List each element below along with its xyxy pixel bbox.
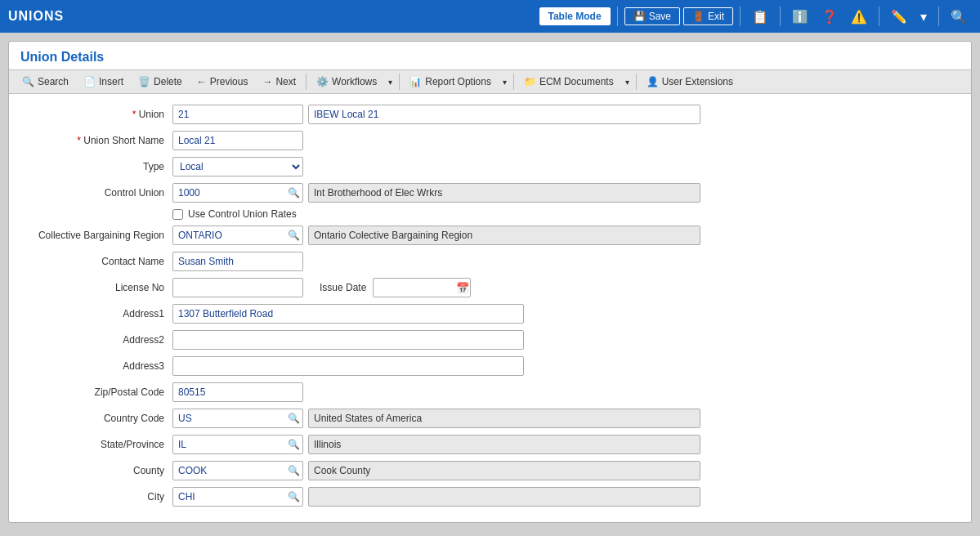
control-union-row: Control Union 🔍: [25, 182, 955, 203]
address3-input[interactable]: [172, 356, 524, 376]
main-content: Union Details 🔍 Search 📄 Insert 🗑️ Delet…: [0, 33, 980, 531]
panel-title: Union Details: [9, 42, 971, 69]
issue-date-label: Issue Date: [320, 282, 366, 293]
union-name-input[interactable]: [308, 105, 700, 124]
use-control-union-checkbox[interactable]: [172, 209, 183, 220]
county-search-wrap: 🔍: [172, 461, 303, 480]
address1-input[interactable]: [172, 304, 524, 324]
type-label: Type: [25, 161, 172, 172]
city-input[interactable]: [172, 487, 303, 507]
search-header-icon-button[interactable]: 🔍: [946, 6, 972, 28]
union-short-name-input[interactable]: [172, 131, 303, 150]
report-icon: 📊: [409, 76, 422, 87]
country-code-input[interactable]: [172, 409, 303, 428]
user-extensions-button[interactable]: 👤 User Extensions: [640, 74, 740, 90]
address2-row: Address2: [25, 329, 955, 351]
alert-icon-button[interactable]: ⚠️: [846, 6, 872, 28]
county-input[interactable]: [172, 461, 303, 480]
address1-row: Address1: [25, 303, 955, 324]
next-button[interactable]: → Next: [256, 74, 302, 90]
ecm-documents-dropdown-button[interactable]: ▾: [622, 75, 633, 89]
calendar-icon-button[interactable]: 📅: [456, 282, 469, 294]
toolbar-sep-2: [399, 74, 400, 90]
toolbar-sep-3: [513, 74, 514, 90]
save-icon: 💾: [633, 11, 646, 22]
union-details-panel: Union Details 🔍 Search 📄 Insert 🗑️ Delet…: [8, 41, 972, 523]
toolbar-sep-4: [636, 74, 637, 90]
zip-label: Zip/Postal Code: [25, 386, 172, 398]
issue-date-group: Issue Date 📅: [320, 278, 471, 297]
toolbar: 🔍 Search 📄 Insert 🗑️ Delete ← Previous →…: [9, 69, 971, 94]
ecm-documents-button[interactable]: 📁 ECM Documents: [517, 74, 620, 90]
contact-name-input[interactable]: [172, 252, 303, 271]
address2-input[interactable]: [172, 330, 524, 350]
edit-icon-button[interactable]: ✏️: [886, 6, 912, 28]
country-search-btn[interactable]: 🔍: [286, 413, 302, 424]
next-icon: →: [262, 76, 272, 87]
previous-icon: ←: [197, 76, 207, 87]
clipboard-icon-button[interactable]: 📋: [747, 6, 773, 28]
union-short-name-row: Union Short Name: [25, 130, 955, 151]
table-mode-button[interactable]: Table Mode: [539, 7, 611, 25]
search-button[interactable]: 🔍 Search: [16, 74, 75, 90]
header-divider-4: [879, 7, 879, 26]
country-row: Country Code 🔍: [25, 408, 955, 429]
insert-button[interactable]: 📄 Insert: [77, 74, 130, 90]
address3-row: Address3: [25, 355, 955, 377]
delete-button[interactable]: 🗑️ Delete: [132, 74, 189, 90]
report-options-dropdown-button[interactable]: ▾: [499, 75, 510, 89]
control-union-label: Control Union: [25, 187, 172, 199]
contact-name-row: Contact Name: [25, 251, 955, 272]
city-name-input: [308, 487, 700, 507]
union-short-name-label: Union Short Name: [25, 135, 172, 146]
license-no-input[interactable]: [172, 278, 303, 297]
report-options-button[interactable]: 📊 Report Options: [403, 74, 498, 90]
address1-label: Address1: [25, 308, 172, 319]
header-divider-1: [617, 7, 618, 26]
city-search-btn[interactable]: 🔍: [286, 491, 302, 502]
type-select[interactable]: Local International National: [172, 157, 303, 176]
control-union-search-wrap: 🔍: [172, 183, 303, 203]
address3-label: Address3: [25, 360, 172, 372]
contact-name-label: Contact Name: [25, 256, 172, 267]
license-no-label: License No: [25, 282, 172, 293]
union-row: Union: [25, 104, 955, 125]
zip-row: Zip/Postal Code: [25, 382, 955, 403]
collective-bargaining-row: Collective Bargaining Region 🔍: [25, 225, 955, 246]
state-search-wrap: 🔍: [172, 435, 303, 454]
save-button[interactable]: 💾 Save: [624, 7, 680, 25]
workflows-icon: ⚙️: [316, 76, 329, 87]
chevron-down-icon-button[interactable]: ▾: [915, 6, 932, 28]
header-divider-5: [938, 7, 939, 26]
use-control-union-row: Use Control Union Rates: [25, 208, 955, 220]
ecm-icon: 📁: [524, 76, 536, 87]
county-label: County: [25, 465, 172, 476]
control-union-input[interactable]: [172, 183, 303, 203]
type-row: Type Local International National: [25, 156, 955, 177]
workflows-button[interactable]: ⚙️ Workflows: [310, 74, 383, 90]
workflows-dropdown-button[interactable]: ▾: [385, 75, 396, 89]
county-row: County 🔍: [25, 460, 955, 481]
issue-date-wrap: 📅: [373, 278, 471, 297]
state-input[interactable]: [172, 435, 303, 454]
city-label: City: [25, 491, 172, 502]
header-actions: Table Mode 💾 Save 🚪 Exit 📋 ℹ️ ❓ ⚠️ ✏️ ▾ …: [539, 6, 973, 28]
control-union-name-input: [308, 183, 700, 203]
county-search-btn[interactable]: 🔍: [286, 465, 302, 476]
union-input[interactable]: [172, 105, 303, 124]
user-extensions-icon: 👤: [647, 76, 659, 87]
toolbar-sep-1: [306, 74, 307, 90]
help-icon-button[interactable]: ❓: [817, 6, 843, 28]
zip-input[interactable]: [172, 382, 303, 402]
country-name-input: [308, 409, 700, 428]
collective-bargaining-search-btn[interactable]: 🔍: [286, 230, 302, 241]
state-search-btn[interactable]: 🔍: [286, 439, 302, 450]
control-union-search-btn[interactable]: 🔍: [286, 187, 302, 199]
exit-button[interactable]: 🚪 Exit: [683, 7, 733, 25]
collective-bargaining-name-input: [308, 226, 700, 245]
collective-bargaining-input[interactable]: [172, 226, 303, 245]
country-code-label: Country Code: [25, 413, 172, 424]
info-icon-button[interactable]: ℹ️: [787, 6, 813, 28]
union-label: Union: [25, 109, 172, 120]
previous-button[interactable]: ← Previous: [190, 74, 255, 90]
